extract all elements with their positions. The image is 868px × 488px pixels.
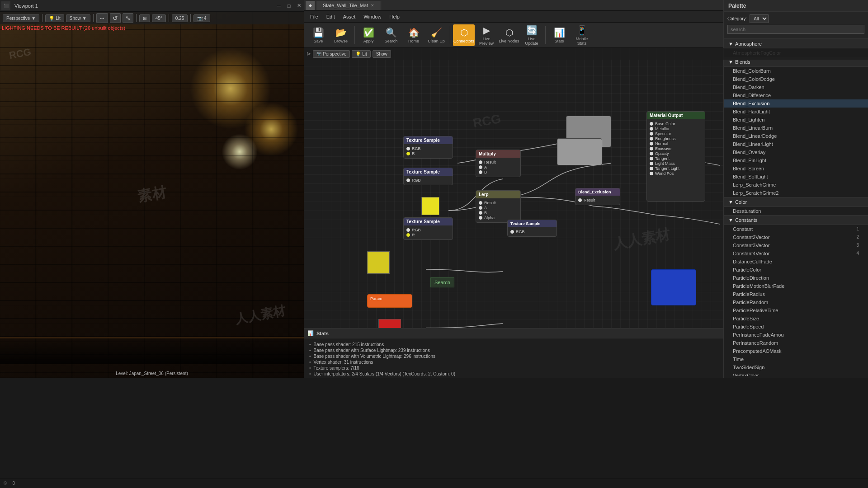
item-blend-hardlight[interactable]: Blend_HardLight	[724, 108, 868, 116]
item-particlecolor[interactable]: ParticleColor	[724, 266, 868, 274]
group-color[interactable]: ▼ Color	[724, 197, 868, 207]
item-constant3vector[interactable]: Constant3Vector 3	[724, 241, 868, 249]
item-twosidesign[interactable]: TwoSidedSign	[724, 363, 868, 371]
level-label: Level: Japan_Street_06 (Persistent)	[116, 371, 188, 376]
cleanup-button[interactable]: 🧹 Clean Up	[425, 24, 447, 46]
item-vertexcolor[interactable]: VertexColor	[724, 371, 868, 376]
stats-title: Stats	[316, 331, 329, 336]
translate-button[interactable]: ↔	[96, 13, 108, 23]
texture-sample-node-2[interactable]: Texture Sample RGB	[403, 168, 453, 185]
live-preview-button[interactable]: ▶ Live Preview	[476, 24, 497, 46]
save-button[interactable]: 💾 Save	[307, 24, 329, 46]
item-particlesize[interactable]: ParticleSize	[724, 314, 868, 323]
menu-file[interactable]: File	[307, 13, 322, 21]
item-blend-lighten[interactable]: Blend_Lighten	[724, 116, 868, 124]
save-label: Save	[314, 39, 323, 43]
color-swatch-yellow-1[interactable]	[421, 197, 439, 215]
live-nodes-button[interactable]: ⬡ Live Nodes	[498, 24, 520, 46]
viewport-toolbar: Perspective ▼ 💡 Lit Show ▼ ↔ ↺ ⤡ ⊞ 45° 0…	[0, 12, 304, 24]
stat-4: Vertex shader: 31 instructions	[314, 360, 373, 365]
vp-maximize[interactable]: □	[284, 1, 294, 11]
item-blend-colordodge[interactable]: Blend_ColorDodge	[724, 75, 868, 83]
item-perinstancefadeamou[interactable]: PerInstanceFadeAmou	[724, 331, 868, 339]
mobile-stats-button[interactable]: 📱 Mobile Stats	[571, 24, 593, 46]
item-particlerandom[interactable]: ParticleRandom	[724, 298, 868, 306]
item-precomputedaomask[interactable]: PrecomputedAOMask	[724, 347, 868, 355]
apply-button[interactable]: ✅ Apply	[358, 24, 379, 46]
home-icon: 🏠	[408, 27, 420, 38]
mat-tab-close[interactable]: ✕	[371, 3, 374, 8]
item-constant4vector[interactable]: Constant4Vector 4	[724, 249, 868, 258]
item-blend-overlay[interactable]: Blend_Overlay	[724, 148, 868, 156]
item-distancecullfade[interactable]: DistanceCullFade	[724, 258, 868, 266]
orange-node[interactable]: Param	[367, 294, 412, 308]
stats-button[interactable]: 📊 Stats	[548, 24, 570, 46]
scale-button[interactable]: ⤡	[123, 13, 133, 23]
rotate-button[interactable]: ↺	[110, 13, 121, 23]
home-button[interactable]: 🏠 Home	[403, 24, 425, 46]
item-blend-linearburn[interactable]: Blend_LinearBurn	[724, 124, 868, 132]
item-blend-screen[interactable]: Blend_Screen	[724, 164, 868, 173]
blue-node[interactable]	[651, 269, 696, 305]
stats-titlebar: 📊 Stats	[304, 328, 723, 338]
perspective-button[interactable]: Perspective ▼	[3, 14, 39, 22]
item-blend-lineardodge[interactable]: Blend_LinearDodge	[724, 132, 868, 140]
palette-search-input[interactable]	[727, 25, 864, 34]
live-update-button[interactable]: 🔄 Live Update	[521, 24, 542, 46]
item-particlespeed[interactable]: ParticleSpeed	[724, 323, 868, 331]
group-atmosphere[interactable]: ▼ Atmosphere	[724, 39, 868, 49]
lit-button[interactable]: 💡 Lit	[45, 14, 64, 22]
item-particlemotionblurfade[interactable]: ParticleMotionBlurFade	[724, 282, 868, 290]
multiply-node-1[interactable]: Multiply Result A B	[476, 150, 521, 177]
browse-button[interactable]: 📂 Browse	[330, 24, 352, 46]
blends-label: Blends	[735, 59, 750, 65]
item-blend-softlight[interactable]: Blend_SoftLight	[724, 173, 868, 181]
camera-label[interactable]: 📷 4	[193, 14, 210, 22]
item-lerp-scratchgrime[interactable]: Lerp_ScratchGrime	[724, 181, 868, 189]
lerp-node-1[interactable]: Lerp Result A B Alpha	[476, 190, 521, 223]
texture-sample-node-3[interactable]: Texture Sample RGB R	[403, 217, 453, 240]
item-blend-pinlight[interactable]: Blend_PinLight	[724, 156, 868, 164]
camera-speed[interactable]: 0.25	[172, 14, 188, 22]
vp-minimize[interactable]: ─	[274, 1, 284, 11]
item-blend-difference[interactable]: Blend_Difference	[724, 91, 868, 99]
connectors-button[interactable]: ⬡ Connectors	[453, 24, 475, 46]
color-swatch-yellow-2[interactable]	[367, 251, 390, 274]
constant4vector-name: Constant4Vector	[733, 251, 769, 256]
search-button[interactable]: 🔍 Search	[380, 24, 402, 46]
show-button[interactable]: Show ▼	[66, 14, 90, 22]
item-time[interactable]: Time	[724, 355, 868, 363]
item-blend-darken[interactable]: Blend_Darken	[724, 83, 868, 91]
item-particlerelativetime[interactable]: ParticleRelativeTime	[724, 306, 868, 314]
mat-show-btn[interactable]: Show	[373, 50, 391, 58]
menu-edit[interactable]: Edit	[323, 13, 339, 21]
item-blend-linearlight[interactable]: Blend_LinearLight	[724, 140, 868, 148]
item-desaturation[interactable]: Desaturation	[724, 207, 868, 215]
item-particleradius[interactable]: ParticleRadius	[724, 290, 868, 298]
menu-asset[interactable]: Asset	[340, 13, 359, 21]
texture-sample-node-1[interactable]: Texture Sample RGB R	[403, 136, 453, 159]
blend-node-1[interactable]: Blend_Exclusion Result	[575, 188, 620, 205]
grid-size[interactable]: 45°	[152, 14, 166, 22]
item-blend-colorburn[interactable]: Blend_ColorBurn	[724, 67, 868, 75]
group-constants[interactable]: ▼ Constants	[724, 215, 868, 225]
category-select[interactable]: All	[750, 14, 769, 23]
mat-perspective-btn[interactable]: 📷 Perspective	[313, 50, 350, 58]
menu-window[interactable]: Window	[360, 13, 385, 21]
item-perinstancerandom[interactable]: PerInstanceRandom	[724, 339, 868, 347]
mat-lit-label: Lit	[362, 52, 367, 56]
vp-close[interactable]: ✕	[294, 1, 304, 11]
viewport-scene[interactable]: RCG 人人素材 素材	[0, 12, 304, 378]
item-constant2vector[interactable]: Constant2Vector 2	[724, 233, 868, 241]
item-blend-exclusion[interactable]: Blend_Exclusion	[724, 99, 868, 108]
mat-tab[interactable]: Slate_Wall_Tile_Mat ✕	[316, 1, 381, 10]
item-particledirection[interactable]: ParticleDirection	[724, 274, 868, 282]
snap-button[interactable]: ⊞	[139, 14, 150, 22]
gray-rect-node[interactable]	[557, 138, 602, 165]
item-lerp-scratchgrime2[interactable]: Lerp_ScratchGrime2	[724, 189, 868, 197]
menu-help[interactable]: Help	[386, 13, 403, 21]
material-output-node[interactable]: Material Output Base Color Metallic Spec…	[646, 111, 705, 202]
item-constant[interactable]: Constant 1	[724, 225, 868, 233]
texture-sample-node-4[interactable]: Texture Sample RGB	[507, 220, 557, 237]
mat-lit-btn[interactable]: 💡 Lit	[352, 50, 371, 58]
